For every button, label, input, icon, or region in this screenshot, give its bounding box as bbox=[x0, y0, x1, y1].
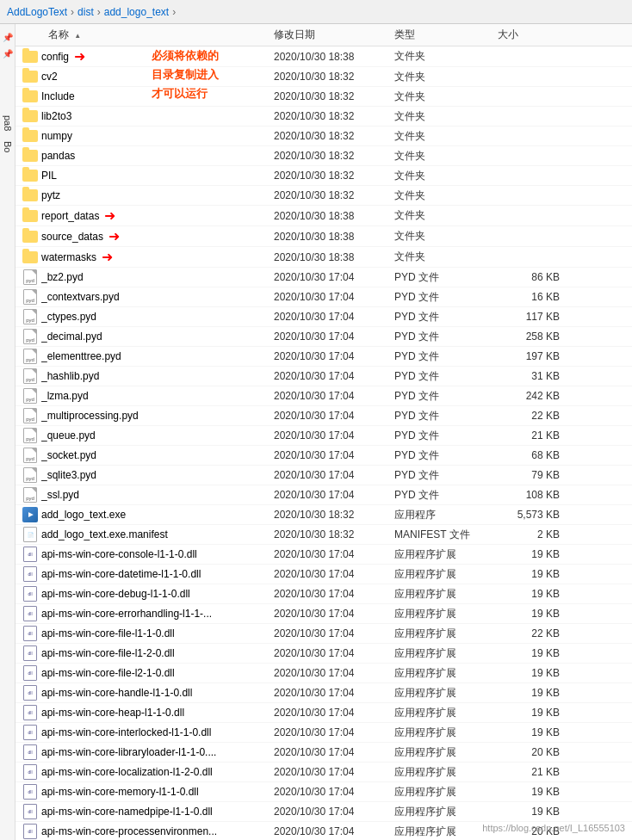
table-row[interactable]: dll api-ms-win-core-console-l1-1-0.dll 2… bbox=[15, 545, 632, 565]
table-row[interactable]: pyd _lzma.pyd 2020/10/30 17:04 PYD 文件 24… bbox=[15, 386, 632, 406]
table-row[interactable]: pyd _sqlite3.pyd 2020/10/30 17:04 PYD 文件… bbox=[15, 466, 632, 485]
table-row[interactable]: source_datas ➜ 2020/10/30 18:38 文件夹 bbox=[15, 226, 632, 247]
table-row[interactable]: pyd _bz2.pyd 2020/10/30 17:04 PYD 文件 86 … bbox=[15, 268, 632, 287]
table-row[interactable]: dll api-ms-win-core-handle-l1-1-0.dll 20… bbox=[15, 683, 632, 703]
file-date: 2020/10/30 18:38 bbox=[274, 251, 394, 263]
table-row[interactable]: PIL 2020/10/30 18:32 文件夹 bbox=[15, 166, 632, 186]
file-name-cell: numpy bbox=[15, 128, 274, 144]
table-row[interactable]: pyd _ssl.pyd 2020/10/30 17:04 PYD 文件 108… bbox=[15, 485, 632, 505]
table-row[interactable]: dll api-ms-win-core-namedpipe-l1-1-0.dll… bbox=[15, 802, 632, 822]
file-label: cv2 bbox=[41, 71, 58, 83]
file-size: 16 KB bbox=[498, 291, 567, 303]
table-row[interactable]: dll api-ms-win-core-interlocked-l1-1-0.d… bbox=[15, 723, 632, 743]
table-row[interactable]: dll api-ms-win-core-file-l2-1-0.dll 2020… bbox=[15, 664, 632, 683]
file-size: 19 KB bbox=[498, 588, 567, 600]
file-name-cell: Include bbox=[15, 89, 274, 104]
dll-icon: dll bbox=[23, 804, 37, 819]
folder-icon bbox=[22, 210, 38, 222]
file-icon: pyd bbox=[22, 408, 38, 423]
table-row[interactable]: dll api-ms-win-core-file-l1-2-0.dll 2020… bbox=[15, 644, 632, 664]
table-row[interactable]: dll api-ms-win-core-processenvironmen...… bbox=[15, 822, 632, 840]
table-row[interactable]: lib2to3 2020/10/30 18:32 文件夹 bbox=[15, 107, 632, 127]
table-row[interactable]: pandas 2020/10/30 18:32 文件夹 bbox=[15, 146, 632, 166]
file-name-cell: source_datas ➜ bbox=[15, 228, 274, 244]
table-row[interactable]: pyd _socket.pyd 2020/10/30 17:04 PYD 文件 … bbox=[15, 446, 632, 466]
table-row[interactable]: ▶ add_logo_text.exe 2020/10/30 18:32 应用程… bbox=[15, 505, 632, 525]
col-header-type[interactable]: 类型 bbox=[394, 28, 498, 42]
file-label: _queue.pyd bbox=[41, 429, 96, 442]
table-row[interactable]: dll api-ms-win-core-heap-l1-1-0.dll 2020… bbox=[15, 703, 632, 723]
table-row[interactable]: dll api-ms-win-core-errorhandling-l1-1-.… bbox=[15, 604, 632, 624]
file-name-cell: PIL bbox=[15, 168, 274, 183]
file-icon bbox=[22, 250, 38, 265]
folder-icon bbox=[22, 130, 38, 142]
table-row[interactable]: pyd _queue.pyd 2020/10/30 17:04 PYD 文件 2… bbox=[15, 426, 632, 446]
file-date: 2020/10/30 18:32 bbox=[274, 71, 394, 83]
table-row[interactable]: pytz 2020/10/30 18:32 文件夹 bbox=[15, 186, 632, 206]
table-row[interactable]: dll api-ms-win-core-memory-l1-1-0.dll 20… bbox=[15, 782, 632, 802]
file-date: 2020/10/30 18:32 bbox=[274, 150, 394, 162]
file-date: 2020/10/30 17:04 bbox=[274, 410, 394, 422]
col-header-name[interactable]: 名称 ▲ bbox=[15, 28, 274, 42]
file-type: 文件夹 bbox=[394, 149, 498, 164]
file-icon: dll bbox=[22, 586, 38, 602]
pin-icon-1[interactable]: 📌 bbox=[3, 33, 13, 42]
table-row[interactable]: cv2 2020/10/30 18:32 文件夹 bbox=[15, 67, 632, 87]
pin-icon-2[interactable]: 📌 bbox=[3, 49, 13, 59]
table-row[interactable]: pyd _contextvars.pyd 2020/10/30 17:04 PY… bbox=[15, 287, 632, 307]
table-row[interactable]: pyd _ctypes.pyd 2020/10/30 17:04 PYD 文件 … bbox=[15, 307, 632, 327]
file-type: 应用程序扩展 bbox=[394, 706, 498, 720]
file-size: 108 KB bbox=[498, 489, 567, 501]
file-type: 应用程序扩展 bbox=[394, 666, 498, 681]
file-icon bbox=[22, 229, 38, 244]
file-type: PYD 文件 bbox=[394, 270, 498, 285]
file-label: pandas bbox=[41, 150, 75, 162]
file-size: 19 KB bbox=[498, 548, 567, 560]
table-row[interactable]: watermasks ➜ 2020/10/30 18:38 文件夹 bbox=[15, 247, 632, 268]
dll-icon: dll bbox=[23, 764, 37, 780]
main-panel[interactable]: 名称 ▲ 修改日期 类型 大小 必须将依赖的 目录复制进入 才可以运行 conf… bbox=[15, 24, 632, 840]
file-date: 2020/10/30 18:38 bbox=[274, 231, 394, 243]
dll-icon: dll bbox=[23, 626, 37, 641]
table-row[interactable]: pyd _decimal.pyd 2020/10/30 17:04 PYD 文件… bbox=[15, 327, 632, 347]
table-row[interactable]: dll api-ms-win-core-libraryloader-l1-1-0… bbox=[15, 743, 632, 763]
table-row[interactable]: Include 2020/10/30 18:32 文件夹 bbox=[15, 87, 632, 107]
table-row[interactable]: numpy 2020/10/30 18:32 文件夹 bbox=[15, 127, 632, 146]
left-icons: 📌 📌 bbox=[1, 28, 15, 64]
col-header-size[interactable]: 大小 bbox=[498, 28, 567, 42]
table-row[interactable]: report_datas ➜ 2020/10/30 18:38 文件夹 bbox=[15, 206, 632, 226]
file-icon: dll bbox=[22, 824, 38, 839]
table-row[interactable]: pyd _hashlib.pyd 2020/10/30 17:04 PYD 文件… bbox=[15, 367, 632, 386]
file-type: 应用程序扩展 bbox=[394, 567, 498, 582]
file-name-cell: pyd _elementtree.pyd bbox=[15, 349, 274, 364]
sidebar-label-pa8: pa8 bbox=[3, 115, 13, 131]
table-row[interactable]: dll api-ms-win-core-localization-l1-2-0.… bbox=[15, 763, 632, 782]
file-name-cell: pyd _ctypes.pyd bbox=[15, 309, 274, 324]
pyd-icon: pyd bbox=[23, 487, 37, 503]
table-row[interactable]: dll api-ms-win-core-debug-l1-1-0.dll 202… bbox=[15, 584, 632, 604]
table-row[interactable]: dll api-ms-win-core-datetime-l1-1-0.dll … bbox=[15, 565, 632, 584]
table-row[interactable]: config ➜ 2020/10/30 18:38 文件夹 bbox=[15, 46, 632, 67]
file-type: 应用程序扩展 bbox=[394, 607, 498, 621]
left-panel: 📌 📌 pa8 Bo bbox=[0, 24, 15, 840]
breadcrumb-bar[interactable]: AddLogoText › dist › add_logo_text › bbox=[0, 0, 632, 24]
file-date: 2020/10/30 17:04 bbox=[274, 806, 394, 818]
col-header-date[interactable]: 修改日期 bbox=[274, 28, 394, 42]
breadcrumb-item-2[interactable]: dist bbox=[77, 6, 94, 18]
file-date: 2020/10/30 17:04 bbox=[274, 746, 394, 758]
dll-icon: dll bbox=[23, 744, 37, 760]
table-row[interactable]: 📄 add_logo_text.exe.manifest 2020/10/30 … bbox=[15, 525, 632, 545]
table-row[interactable]: pyd _elementtree.pyd 2020/10/30 17:04 PY… bbox=[15, 347, 632, 367]
table-row[interactable]: pyd _multiprocessing.pyd 2020/10/30 17:0… bbox=[15, 406, 632, 426]
file-label: api-ms-win-core-console-l1-1-0.dll bbox=[41, 548, 197, 560]
file-label: api-ms-win-core-errorhandling-l1-1-... bbox=[41, 608, 212, 620]
breadcrumb-item-1[interactable]: AddLogoText bbox=[7, 6, 67, 18]
folder-icon bbox=[22, 189, 38, 201]
breadcrumb-item-3[interactable]: add_logo_text bbox=[104, 6, 169, 18]
file-size: 19 KB bbox=[498, 786, 567, 798]
pyd-icon: pyd bbox=[23, 289, 37, 305]
table-row[interactable]: dll api-ms-win-core-file-l1-1-0.dll 2020… bbox=[15, 624, 632, 644]
file-size: 20 KB bbox=[498, 825, 567, 837]
file-type: 文件夹 bbox=[394, 169, 498, 183]
breadcrumb-sep-2: › bbox=[97, 6, 101, 18]
